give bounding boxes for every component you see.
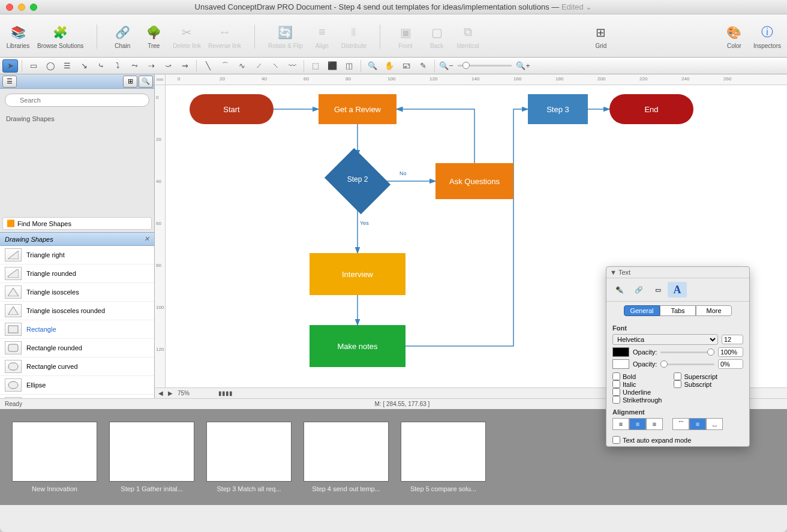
flowchart-step3[interactable]: Step 3 [528,94,588,124]
zoom-tool[interactable]: 🔍 [365,59,380,73]
group-tool-3[interactable]: ◫ [341,59,357,73]
align-center[interactable]: ≡ [629,418,646,430]
align-right[interactable]: ≡ [646,418,663,430]
search-toggle-icon[interactable]: 🔍 [139,76,153,88]
pen-tab-icon[interactable]: ✒️ [610,282,629,297]
flowchart-interview[interactable]: Interview [310,253,405,295]
zoom-slider[interactable] [458,65,512,67]
font-size-input[interactable] [722,335,743,344]
tab-more[interactable]: More [696,305,732,316]
bg-color-swatch[interactable] [612,359,629,369]
strikethrough-checkbox[interactable]: Strikethrough [612,396,662,404]
scroll-left-icon[interactable]: ◀ [158,390,163,396]
rotate-flip-button[interactable]: 🔄Rotate & Flip [268,24,303,49]
page-thumb[interactable]: Step 1 Gather inital... [109,422,194,492]
connector-tool-5[interactable]: ⇢ [143,59,159,73]
connector-tool-4[interactable]: ⤳ [127,59,142,73]
align-middle[interactable]: ≡ [689,418,706,430]
bold-checkbox[interactable]: Bold [612,372,662,380]
arc-tool[interactable]: ⌒ [217,59,233,73]
shape-item[interactable]: Parallelogram [0,395,154,398]
page-thumb[interactable]: Step 3 Match all req... [206,422,292,492]
align-left[interactable]: ≡ [612,418,629,430]
shape-item[interactable]: Triangle isosceles rounded [0,302,154,320]
inspectors-button[interactable]: ⓘInspectors [753,24,781,49]
connector-tool-1[interactable]: ↘ [76,59,92,73]
path-tool[interactable]: ⟋ [251,59,266,73]
flowchart-start[interactable]: Start [190,94,274,124]
delete-link-button[interactable]: ✂Delete link [173,24,201,49]
polyline-tool[interactable]: ⟍ [268,59,283,73]
zoom-out-button[interactable]: 🔍− [438,59,454,73]
flowchart-ask[interactable]: Ask Questions [435,163,513,199]
opacity-slider-1[interactable] [660,351,714,353]
rect-tool[interactable]: ▭ [26,59,41,73]
group-tool-2[interactable]: ⬛ [325,59,340,73]
opacity-value-2[interactable] [718,359,743,369]
text-tab-icon[interactable]: A [668,282,687,297]
opacity-value-1[interactable] [718,347,743,357]
hand-tool[interactable]: ✋ [382,59,397,73]
group-tool-1[interactable]: ⬚ [308,59,323,73]
color-button[interactable]: 🎨Color [722,24,746,49]
flowchart-makenotes[interactable]: Make notes [310,325,405,367]
page-thumb[interactable]: Step 5 compare solu... [401,422,486,492]
align-top[interactable]: ⎴ [672,418,689,430]
zoom-value[interactable]: 75% [178,390,190,396]
font-family-select[interactable]: Helvetica [612,334,718,345]
shape-item[interactable]: Rectangle curved [0,357,154,376]
shape-item-selected[interactable]: Rectangle [0,320,154,339]
front-button[interactable]: ▣Front [394,24,417,49]
connector-tool-7[interactable]: ⇝ [177,59,193,73]
search-input[interactable] [5,94,149,107]
grid-button[interactable]: ⊞Grid [589,24,613,49]
connector-tool-3[interactable]: ⤵ [110,59,125,73]
text-color-swatch[interactable] [612,347,629,357]
eyedropper-tool[interactable]: ✎ [415,59,431,73]
shape-item[interactable]: Triangle right [0,246,154,265]
text-tool[interactable]: ☰ [59,59,75,73]
identical-button[interactable]: ⧉Identical [456,24,480,49]
italic-checkbox[interactable]: Italic [612,380,662,388]
zoom-in-button[interactable]: 🔍+ [515,59,531,73]
ellipse-tool[interactable]: ◯ [43,59,58,73]
flowchart-review[interactable]: Get a Review [319,94,396,124]
distribute-button[interactable]: ⫴Distribute [341,24,367,49]
zoom-icon[interactable] [30,4,37,11]
underline-checkbox[interactable]: Underline [612,388,662,396]
line-tool[interactable]: ╲ [200,59,216,73]
page-thumb[interactable]: Step 4 send out temp... [304,422,389,492]
minimize-icon[interactable] [18,4,25,11]
tab-general[interactable]: General [624,305,660,316]
link-tab-icon[interactable]: 🔗 [629,282,648,297]
stamp-tool[interactable]: 🖃 [398,59,414,73]
palette-header[interactable]: Drawing Shapes ✕ [0,232,154,246]
subscript-checkbox[interactable]: Subscript [674,380,717,388]
opacity-slider-2[interactable] [660,363,714,365]
text-inspector[interactable]: ▼ Text ✒️ 🔗 ▭ A General Tabs More Font H… [606,266,750,447]
shape-item[interactable]: Triangle isosceles [0,283,154,302]
reverse-link-button[interactable]: ↔Reverse link [208,24,241,49]
curve-tool[interactable]: ∿ [234,59,250,73]
box-tab-icon[interactable]: ▭ [648,282,668,297]
superscript-checkbox[interactable]: Superscript [674,372,717,380]
auto-expand-checkbox[interactable]: Text auto expand mode [612,436,743,444]
browse-solutions-button[interactable]: 🧩Browse Solutions [37,24,83,49]
close-palette-icon[interactable]: ✕ [144,235,149,243]
close-icon[interactable] [6,4,13,11]
page-thumb[interactable]: New Innovation [12,422,97,492]
tab-tabs[interactable]: Tabs [660,305,696,316]
shape-item[interactable]: Ellipse [0,376,154,395]
grid-view-icon[interactable]: ⊞ [123,76,137,88]
connector-tool-2[interactable]: ⤷ [93,59,109,73]
scroll-right-icon[interactable]: ▶ [168,390,173,396]
back-button[interactable]: ▢Back [425,24,449,49]
flowchart-end[interactable]: End [609,94,693,124]
tree-button[interactable]: 🌳Tree [142,24,166,49]
find-more-shapes-button[interactable]: 🟧 Find More Shapes [2,217,152,230]
shape-item[interactable]: Rectangle rounded [0,339,154,357]
sidebar-toggle[interactable]: ☰ [2,76,17,88]
spline-tool[interactable]: 〰 [284,59,300,73]
shape-item[interactable]: Triangle rounded [0,265,154,283]
libraries-button[interactable]: 📚Libraries [6,24,30,49]
